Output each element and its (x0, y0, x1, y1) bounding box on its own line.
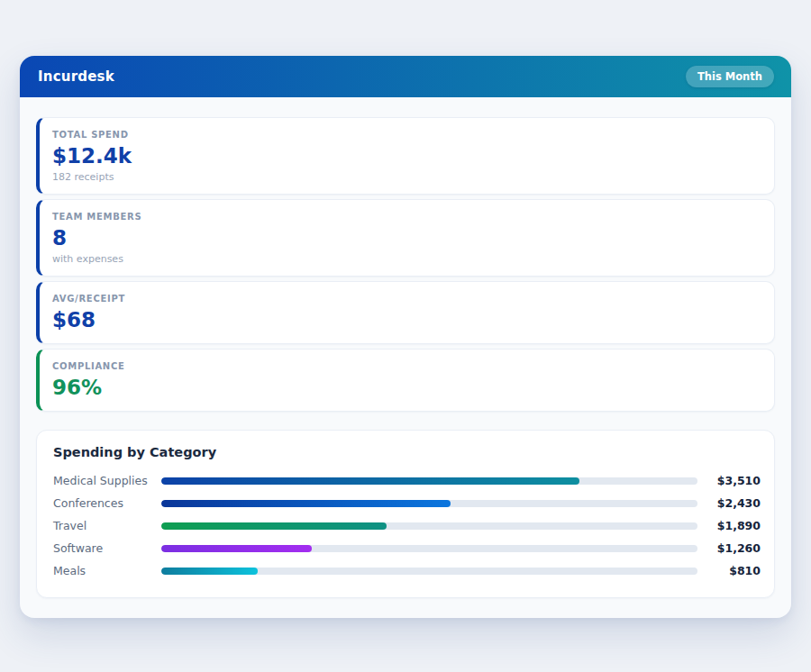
chart-row-label: Software (53, 541, 161, 555)
stat-subtext: with expenses (52, 253, 758, 266)
chart-row: Software $1,260 (53, 537, 761, 559)
chart-row-value: $1,260 (697, 541, 761, 555)
stat-label: COMPLIANCE (52, 360, 758, 372)
stat-card: COMPLIANCE 96% (36, 349, 775, 412)
stats-list: TOTAL SPEND $12.4k 182 receipts TEAM MEM… (36, 117, 775, 412)
chart-bar-track (161, 477, 697, 485)
chart-row-value: $3,510 (697, 474, 761, 487)
chart-bar-track (161, 522, 697, 530)
stat-value: 8 (52, 224, 758, 251)
chart-bar-track (161, 545, 697, 552)
spending-chart-card: Spending by Category Medical Supplies $3… (36, 430, 775, 598)
chart-bar-track (161, 500, 697, 507)
chart-row-value: $1,890 (697, 519, 761, 532)
chart-row: Travel $1,890 (53, 514, 761, 537)
stat-label: TOTAL SPEND (52, 129, 758, 141)
panel-content: TOTAL SPEND $12.4k 182 receipts TEAM MEM… (20, 97, 791, 598)
stat-value: 96% (52, 374, 758, 401)
app-header: Incurdesk This Month (20, 56, 791, 97)
chart-row: Conferences $2,430 (53, 492, 761, 514)
stat-card: AVG/RECEIPT $68 (36, 281, 775, 344)
chart-bar-fill (161, 522, 387, 530)
stat-label: AVG/RECEIPT (52, 293, 758, 304)
chart-row-label: Conferences (53, 496, 161, 510)
stat-value: $68 (52, 306, 758, 333)
chart-bar-fill (161, 545, 312, 552)
chart-rows: Medical Supplies $3,510 Conferences $2,4… (53, 469, 761, 582)
app-title: Incurdesk (38, 68, 114, 85)
chart-row: Meals $810 (53, 559, 761, 582)
stat-subtext: 182 receipts (52, 171, 758, 184)
stat-card: TEAM MEMBERS 8 with expenses (36, 199, 775, 277)
chart-bar-fill (161, 500, 451, 507)
chart-row-label: Meals (53, 564, 161, 577)
chart-bar-fill (161, 568, 258, 575)
chart-bar-fill (161, 477, 579, 485)
chart-row-label: Medical Supplies (53, 474, 161, 487)
chart-row-value: $2,430 (697, 496, 761, 510)
stat-card: TOTAL SPEND $12.4k 182 receipts (36, 117, 775, 195)
chart-title: Spending by Category (53, 445, 761, 459)
chart-bar-track (161, 568, 697, 575)
dashboard-panel: Incurdesk This Month TOTAL SPEND $12.4k … (20, 56, 791, 618)
chart-row-value: $810 (697, 564, 761, 577)
period-badge[interactable]: This Month (686, 66, 774, 87)
chart-row: Medical Supplies $3,510 (53, 469, 761, 492)
stat-value: $12.4k (52, 142, 758, 169)
stat-label: TEAM MEMBERS (52, 211, 758, 222)
chart-row-label: Travel (53, 519, 161, 532)
